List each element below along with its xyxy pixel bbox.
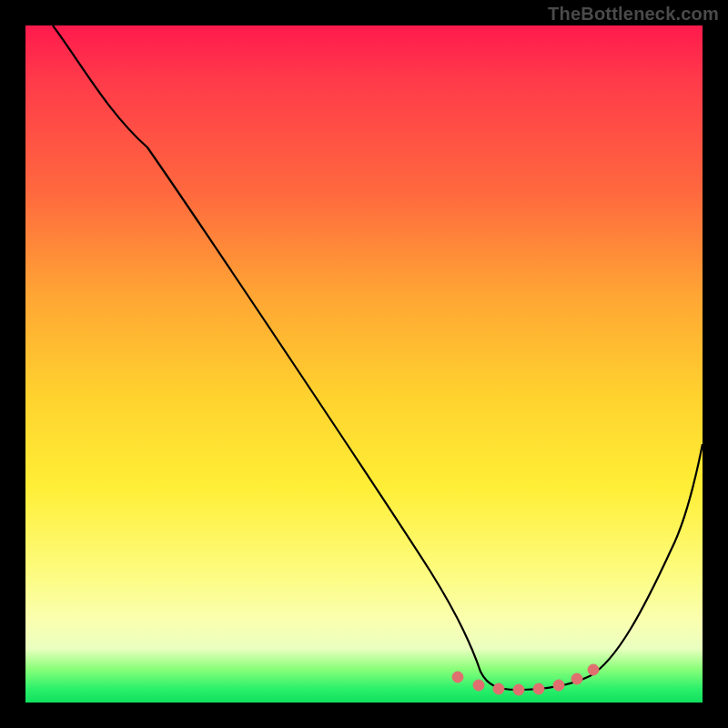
svg-point-2: [493, 683, 504, 694]
svg-point-4: [533, 683, 544, 694]
svg-point-3: [513, 684, 524, 695]
svg-point-7: [588, 664, 599, 675]
watermark-text: TheBottleneck.com: [548, 4, 719, 25]
curve-layer: [25, 25, 703, 703]
svg-point-5: [553, 680, 564, 691]
bottleneck-curve: [53, 25, 703, 690]
svg-point-0: [452, 672, 463, 682]
chart-frame: TheBottleneck.com: [0, 0, 728, 728]
plot-area: [25, 25, 703, 703]
svg-point-1: [473, 680, 484, 691]
svg-point-6: [571, 673, 582, 684]
